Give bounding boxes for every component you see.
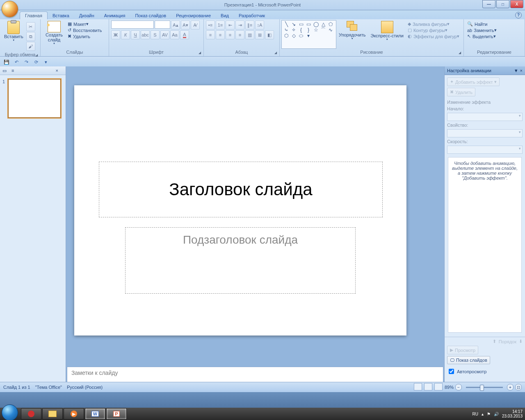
delete-slide-button[interactable]: ✖Удалить	[66, 33, 103, 39]
slideshow-button[interactable]: 🖵 Показ слайдов	[447, 356, 490, 364]
outdent-button[interactable]: ⇤	[226, 21, 235, 30]
slideshow-view-button[interactable]	[434, 383, 443, 390]
font-color-button[interactable]: A	[180, 30, 189, 39]
indent-button[interactable]: ⇥	[235, 21, 244, 30]
speed-combo[interactable]	[447, 146, 523, 154]
maximize-button[interactable]: □	[496, 0, 509, 8]
align-left-button[interactable]: ≡	[206, 30, 215, 39]
shape-outline-button[interactable]: ▢Контур фигуры ▾	[406, 27, 461, 33]
tab-slides-icon[interactable]: ▭	[2, 68, 7, 73]
tray-flag-icon[interactable]: ⚑	[487, 412, 491, 416]
zoom-slider[interactable]	[466, 387, 503, 388]
panel-close-icon[interactable]: ×	[56, 68, 58, 73]
launcher-icon[interactable]: ◢	[459, 51, 461, 55]
quick-styles-button[interactable]: Экспресс-стили▼	[368, 20, 406, 41]
slide-canvas[interactable]: Заголовок слайда Подзаголовок слайда	[66, 66, 444, 382]
text-direction-button[interactable]: ↕A	[255, 21, 264, 30]
remove-effect-button[interactable]: ✖ Удалить	[447, 88, 475, 96]
save-button[interactable]: 💾	[2, 58, 11, 66]
font-family-combo[interactable]	[111, 21, 154, 29]
zoom-out-button[interactable]: −	[455, 384, 462, 390]
taskbar-explorer[interactable]	[42, 408, 63, 420]
launcher-icon[interactable]: ◢	[274, 51, 277, 55]
undo-button[interactable]: ↶	[12, 58, 21, 66]
slide-thumbnail-1[interactable]: 1	[8, 79, 62, 118]
redo-button[interactable]: ↷	[22, 58, 30, 66]
autopreview-checkbox[interactable]: Автопросмотр	[447, 368, 523, 375]
new-slide-button[interactable]: Создать слайд ▼	[42, 20, 66, 46]
normal-view-button[interactable]	[414, 383, 422, 390]
cut-button[interactable]: ✂	[26, 22, 35, 31]
tray-up-icon[interactable]: ▴	[482, 412, 484, 416]
fit-button[interactable]: ⊡	[515, 384, 522, 390]
layout-button[interactable]: ▦Макет ▾	[66, 21, 103, 27]
start-button[interactable]	[2, 404, 18, 420]
shrink-font-button[interactable]: A▾	[181, 21, 190, 30]
start-combo[interactable]	[447, 113, 523, 121]
pane-menu-icon[interactable]: ▼	[514, 68, 518, 73]
align-text-button[interactable]: ⊞	[255, 30, 264, 39]
change-case-button[interactable]: Aa	[170, 30, 179, 39]
tab-review[interactable]: Рецензирование	[171, 12, 216, 19]
spacing-button[interactable]: AV	[160, 30, 169, 39]
property-combo[interactable]	[447, 129, 523, 137]
columns-button[interactable]: ▥	[245, 30, 254, 39]
italic-button[interactable]: К	[121, 30, 130, 39]
numbering-button[interactable]: 1≡	[216, 21, 225, 30]
qat-customize-button[interactable]: ▾	[42, 58, 50, 66]
tray-lang[interactable]: RU	[472, 412, 478, 416]
reorder-up-icon[interactable]: ⬆	[493, 339, 496, 344]
copy-button[interactable]: ⧉	[26, 32, 35, 41]
tab-outline-icon[interactable]: ≡	[11, 68, 14, 73]
find-button[interactable]: 🔍Найти	[466, 21, 489, 27]
language-indicator[interactable]: Русский (Россия)	[67, 385, 103, 390]
tab-home[interactable]: Главная	[20, 11, 48, 19]
arrange-button[interactable]: Упорядочить▼	[336, 20, 368, 41]
tab-insert[interactable]: Вставка	[48, 12, 74, 19]
tab-animation[interactable]: Анимация	[99, 12, 130, 19]
tab-slideshow[interactable]: Показ слайдов	[130, 12, 171, 19]
close-button[interactable]: X	[510, 0, 523, 8]
taskbar-word[interactable]: W	[85, 408, 105, 420]
tab-design[interactable]: Дизайн	[74, 12, 99, 19]
select-button[interactable]: ↖Выделить ▾	[466, 33, 498, 39]
align-right-button[interactable]: ≡	[226, 30, 235, 39]
add-effect-button[interactable]: ✦ Добавить эффект ▾	[447, 78, 500, 86]
launcher-icon[interactable]: ◢	[35, 53, 38, 57]
taskbar-opera[interactable]	[21, 408, 41, 420]
help-icon[interactable]: ?	[515, 12, 522, 18]
launcher-icon[interactable]: ◢	[199, 51, 201, 55]
replace-button[interactable]: abЗаменить ▾	[466, 27, 498, 33]
shapes-gallery[interactable]: ╲↘▭▭◯△ ⬠⤷✧{}☆ ⌒∿⬡◇⬭▾	[281, 20, 336, 49]
tray-volume-icon[interactable]: 🔊	[494, 412, 499, 416]
sorter-view-button[interactable]	[424, 383, 432, 390]
shadow-button[interactable]: S	[151, 30, 160, 39]
tray-clock[interactable]: 14:17 23.03.2013	[502, 409, 523, 418]
reorder-down-icon[interactable]: ⬇	[519, 339, 523, 344]
font-size-combo[interactable]	[155, 21, 170, 29]
zoom-level[interactable]: 89%	[445, 385, 454, 390]
paste-button[interactable]: Вставить ▼	[2, 20, 26, 42]
shape-effects-button[interactable]: ◐Эффекты для фигур ▾	[406, 33, 461, 39]
grow-font-button[interactable]: A▴	[171, 21, 180, 30]
underline-button[interactable]: Ч	[131, 30, 140, 39]
reset-button[interactable]: ↺Восстановить	[66, 27, 103, 33]
title-placeholder[interactable]: Заголовок слайда	[99, 162, 383, 217]
pane-close-icon[interactable]: ×	[520, 68, 523, 73]
tab-view[interactable]: Вид	[216, 12, 234, 19]
bullets-button[interactable]: •≡	[206, 21, 215, 30]
clear-format-button[interactable]: A⁄	[191, 21, 200, 30]
repeat-button[interactable]: ⟳	[32, 58, 40, 66]
strike-button[interactable]: abc	[141, 30, 150, 39]
zoom-in-button[interactable]: +	[507, 384, 514, 390]
preview-button[interactable]: ▶ Просмотр	[447, 346, 478, 354]
smartart-button[interactable]: ◧	[265, 30, 274, 39]
minimize-button[interactable]: —	[482, 0, 495, 8]
taskbar-powerpoint[interactable]: P	[106, 408, 127, 420]
office-button[interactable]	[2, 1, 18, 17]
line-spacing-button[interactable]: ‖≡	[245, 21, 254, 30]
align-center-button[interactable]: ≡	[216, 30, 225, 39]
taskbar-mediaplayer[interactable]: ▶	[64, 408, 84, 420]
shape-fill-button[interactable]: ◆Заливка фигуры ▾	[406, 21, 461, 27]
bold-button[interactable]: Ж	[111, 30, 120, 39]
